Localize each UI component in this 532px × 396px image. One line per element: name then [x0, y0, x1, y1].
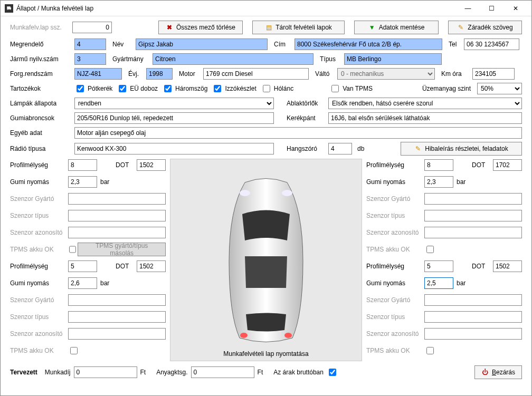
rl-sensor-type-input[interactable]: [68, 311, 166, 323]
fr-sensor-id-input[interactable]: [424, 227, 522, 238]
fr-tpms-batt-checkbox[interactable]: [426, 246, 434, 253]
other-input[interactable]: [74, 127, 522, 139]
rims-input[interactable]: [328, 112, 522, 124]
lights-select[interactable]: rendben: [74, 98, 274, 109]
rl-dot-input[interactable]: [137, 260, 166, 272]
material-label: Anyagktsg.: [156, 369, 187, 376]
firstaid-checkbox[interactable]: [119, 85, 126, 92]
fr-sensor-make-input[interactable]: [424, 193, 522, 205]
gearbox-select[interactable]: 0 - mechanikus: [337, 68, 435, 80]
fuel-select[interactable]: 50%: [477, 83, 522, 94]
tires-label: Gumiabroncsok: [10, 114, 72, 122]
tel-input[interactable]: [464, 38, 519, 50]
minimize-button[interactable]: —: [456, 1, 480, 16]
endorsement-button[interactable]: ✎ Záradék szöveg: [448, 21, 522, 34]
rl-pressure-input[interactable]: [68, 277, 97, 289]
fl-sensor-id-input[interactable]: [68, 227, 166, 238]
app-icon: ⛟: [5, 4, 13, 13]
spare-wheel-checkbox[interactable]: [77, 85, 84, 92]
engine-input[interactable]: [203, 68, 309, 80]
fl-tpms-batt-checkbox[interactable]: [69, 246, 77, 253]
save-button[interactable]: ▼ Adatok mentése: [354, 21, 439, 34]
speaker-input[interactable]: [328, 143, 352, 154]
fault-details-button[interactable]: ✎ Hibaleírás részletei, feladatok: [401, 142, 522, 156]
fr-dot-label: DOT: [472, 161, 493, 169]
close-window-button[interactable]: ✕: [504, 1, 527, 16]
worksheet-no-input[interactable]: [72, 22, 112, 33]
rr-dot-input[interactable]: [493, 260, 522, 272]
rl-tpms-batt-checkbox[interactable]: [70, 347, 78, 354]
fl-sensor-make-label: Szenzor Gyártó: [10, 195, 68, 202]
type-label: Típus: [320, 55, 342, 63]
close-button[interactable]: ⏻ Bezárás: [474, 365, 522, 379]
svg-point-1: [282, 190, 292, 196]
chain-checkbox[interactable]: [263, 85, 270, 92]
km-input[interactable]: [472, 68, 515, 80]
x-icon: ✖: [166, 24, 173, 31]
fr-sensor-make-label: Szenzor Gyártó: [366, 195, 424, 202]
km-label: Km óra: [441, 70, 470, 78]
fl-profile-input[interactable]: [68, 159, 97, 171]
edit-icon: ✎: [457, 24, 464, 31]
rr-profile-input[interactable]: [424, 260, 453, 272]
rr-tpms-batt-checkbox[interactable]: [426, 347, 434, 354]
fl-pressure-input[interactable]: [68, 176, 97, 188]
wipers-select[interactable]: Elsők rendben, hátsó cserére szorul: [328, 98, 522, 109]
material-input[interactable]: [191, 366, 254, 378]
rl-profile-input[interactable]: [68, 260, 97, 272]
gearbox-label: Váltó: [315, 70, 335, 78]
labor-input[interactable]: [74, 366, 137, 378]
has-tpms-checkbox[interactable]: [331, 85, 339, 92]
plate-input[interactable]: [74, 68, 122, 80]
stored-sheets-button[interactable]: ▤ Tárolt felvételi lapok: [252, 21, 345, 34]
labor-label: Munkadíj: [45, 369, 71, 376]
fl-sensor-type-input[interactable]: [68, 210, 166, 221]
fl-sensor-id-label: Szenzor azonosító: [10, 229, 68, 236]
svg-point-3: [284, 333, 292, 338]
fr-profile-input[interactable]: [424, 159, 453, 171]
save-icon: ▼: [368, 24, 376, 31]
rl-sensor-id-input[interactable]: [68, 328, 166, 340]
customer-input[interactable]: [74, 38, 106, 50]
reg-input[interactable]: [74, 53, 106, 65]
name-input[interactable]: [136, 38, 268, 50]
fr-pressure-label: Gumi nyomás: [366, 178, 424, 186]
tel-label: Tel: [449, 41, 462, 48]
fl-pressure-label: Gumi nyomás: [10, 178, 68, 186]
rr-bar-label: bar: [457, 279, 466, 287]
year-input[interactable]: [146, 68, 173, 80]
addr-input[interactable]: [294, 38, 442, 50]
material-ft: Ft: [258, 369, 263, 376]
rr-sensor-id-input[interactable]: [424, 328, 522, 340]
rr-pressure-input[interactable]: [424, 277, 453, 289]
year-label: Évj.: [128, 70, 144, 78]
rr-sensor-type-input[interactable]: [424, 311, 522, 323]
fl-sensor-make-input[interactable]: [68, 193, 166, 205]
tires-input[interactable]: [74, 112, 274, 124]
speaker-label: Hangszóró: [287, 145, 326, 152]
type-input[interactable]: [344, 53, 442, 65]
triangle-checkbox[interactable]: [164, 85, 172, 92]
bulbs-checkbox[interactable]: [214, 85, 221, 92]
planned-label: Tervezett: [10, 369, 37, 376]
maximize-button[interactable]: ☐: [480, 1, 504, 16]
rl-sensor-make-input[interactable]: [68, 294, 166, 306]
lights-label: Lámpák állapota: [10, 100, 72, 107]
addr-label: Cím: [274, 41, 292, 48]
fl-dot-input[interactable]: [137, 159, 166, 171]
radio-input[interactable]: [74, 143, 274, 154]
fr-sensor-type-input[interactable]: [424, 210, 522, 221]
rr-pressure-label: Gumi nyomás: [366, 279, 424, 287]
tpms-copy-button[interactable]: TPMS gyártó/típus másolás: [78, 243, 166, 256]
labor-ft: Ft: [140, 369, 146, 376]
note-icon: ✎: [414, 145, 422, 152]
fl-dot-label: DOT: [116, 161, 137, 169]
clear-all-button[interactable]: ✖ Összes mező törlése: [158, 21, 243, 34]
fr-pressure-input[interactable]: [424, 176, 453, 188]
fr-dot-input[interactable]: [493, 159, 522, 171]
rl-sensor-id-label: Szenzor azonosító: [10, 330, 68, 337]
rr-sensor-make-input[interactable]: [424, 294, 522, 306]
make-input[interactable]: [153, 53, 314, 65]
gross-checkbox[interactable]: [329, 369, 336, 376]
worksheet-no-label: Munkafelv.lap ssz.: [10, 24, 72, 31]
